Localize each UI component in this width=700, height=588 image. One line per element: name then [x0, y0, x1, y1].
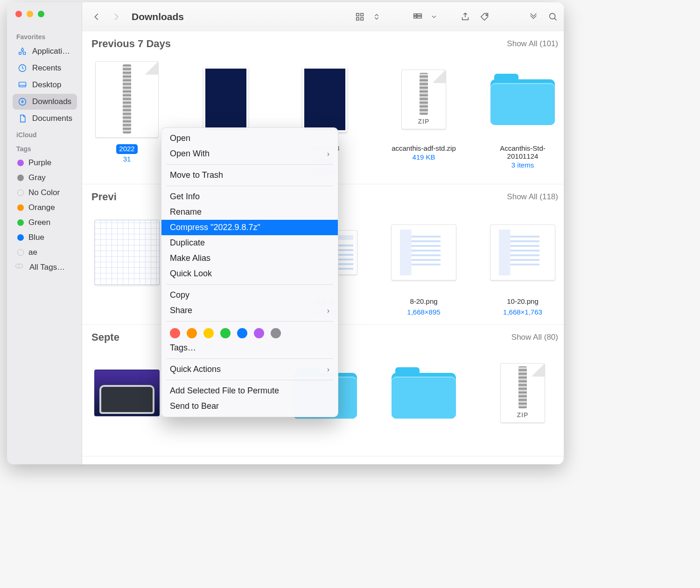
group-title: Previ	[91, 191, 117, 203]
file-item[interactable]	[91, 210, 162, 316]
file-item[interactable]	[91, 351, 162, 448]
svg-rect-11	[417, 14, 421, 15]
file-name: 2022	[116, 144, 137, 154]
finder-window: Favorites Applicati… Recents Desktop Dow…	[7, 2, 564, 464]
context-menu-item[interactable]: Send to Bear	[161, 399, 338, 414]
context-menu-item[interactable]: Copy	[161, 287, 338, 303]
context-menu-item[interactable]: Share›	[161, 303, 338, 318]
context-menu-item[interactable]: Get Info	[161, 189, 338, 204]
close-window-icon[interactable]	[15, 11, 22, 17]
tag-color-swatch[interactable]	[187, 328, 197, 338]
show-all-button[interactable]: Show All (80)	[511, 333, 558, 342]
context-menu-item[interactable]: Quick Look	[161, 266, 338, 281]
file-item[interactable]: 202231	[91, 57, 162, 175]
sidebar-item-documents[interactable]: Documents	[13, 111, 77, 126]
context-menu-separator	[166, 164, 333, 165]
context-menu-item[interactable]: Move to Trash	[161, 168, 338, 183]
tag-color-swatch[interactable]	[220, 328, 231, 338]
svg-point-13	[486, 14, 487, 15]
file-item[interactable]: ZIPaccanthis-adf-std.zip419 KB	[388, 57, 459, 175]
context-menu-label: Copy	[170, 290, 189, 300]
context-menu-item[interactable]: Open With›	[161, 146, 338, 161]
file-info: 1,668×895	[407, 308, 440, 316]
share-button[interactable]	[458, 10, 472, 24]
file-thumbnail: ZIP	[485, 351, 560, 435]
context-menu-item[interactable]: Rename	[161, 204, 338, 220]
tag-color-dot	[17, 160, 24, 166]
back-button[interactable]	[90, 10, 104, 24]
sidebar-item-label: Recents	[32, 63, 61, 73]
file-item[interactable]: 8-20.png1,668×895	[388, 210, 459, 316]
file-item[interactable]: 10-20.png1,668×1,763	[487, 210, 558, 316]
search-button[interactable]	[546, 10, 560, 24]
context-menu-item[interactable]: Duplicate	[161, 235, 338, 251]
svg-rect-12	[417, 16, 421, 18]
context-menu-label: Quick Look	[170, 269, 212, 279]
sidebar-tag-ae[interactable]: ae	[13, 245, 77, 260]
tag-color-swatch[interactable]	[271, 328, 281, 338]
tag-color-swatch[interactable]	[170, 328, 180, 338]
sidebar-tag-all-tags-[interactable]: All Tags…	[13, 260, 77, 275]
group-by-button[interactable]	[411, 10, 425, 24]
tag-button[interactable]	[478, 10, 492, 24]
forward-button[interactable]	[109, 10, 123, 24]
context-menu-item[interactable]: Make Alias	[161, 251, 338, 266]
context-menu-separator	[166, 186, 333, 186]
tag-color-dot	[17, 189, 24, 196]
file-info: 419 KB	[412, 153, 435, 161]
sidebar-tag-no-color[interactable]: No Color	[13, 185, 77, 200]
show-all-button[interactable]: Show All (101)	[507, 39, 558, 49]
sidebar-item-downloads[interactable]: Downloads	[13, 94, 77, 110]
sidebar-tag-orange[interactable]: Orange	[13, 200, 77, 215]
sidebar-section-icloud: iCloud	[13, 127, 77, 140]
svg-point-14	[550, 13, 555, 19]
context-menu[interactable]: OpenOpen With›Move to TrashGet InfoRenam…	[161, 127, 338, 417]
file-name: 10-20.png	[507, 297, 539, 307]
chevron-down-icon[interactable]	[430, 10, 438, 24]
tag-color-dot	[17, 234, 24, 241]
show-all-button[interactable]: Show All (118)	[507, 192, 558, 202]
context-menu-item[interactable]: Compress "2022.9.8.7z"	[161, 220, 338, 235]
all-tags-icon	[17, 264, 25, 271]
minimize-window-icon[interactable]	[27, 11, 33, 17]
tag-color-swatch[interactable]	[254, 328, 264, 338]
sidebar-tag-green[interactable]: Green	[13, 215, 77, 230]
sidebar-item-label: ae	[28, 248, 37, 257]
file-item[interactable]: Accanthis-Std-201011243 items	[487, 57, 558, 175]
sidebar-tag-blue[interactable]: Blue	[13, 230, 77, 245]
file-thumbnail: ZIP	[386, 57, 461, 141]
file-item[interactable]	[388, 351, 459, 448]
sidebar-item-desktop[interactable]: Desktop	[13, 77, 77, 93]
file-item[interactable]: ZIP	[487, 351, 558, 448]
view-switcher-icon[interactable]	[372, 10, 381, 24]
chevron-right-icon: ›	[327, 365, 329, 374]
file-name: 8-20.png	[410, 297, 437, 307]
sidebar-item-label: Desktop	[32, 80, 61, 90]
more-button[interactable]	[526, 10, 540, 24]
svg-rect-9	[414, 14, 417, 15]
file-thumbnail	[90, 210, 164, 294]
sidebar-tag-gray[interactable]: Gray	[13, 170, 77, 185]
context-menu-label: Add Selected File to Permute	[170, 386, 279, 396]
apps-icon	[17, 46, 28, 56]
downloads-icon	[17, 97, 28, 107]
sidebar-tag-purple[interactable]: Purple	[13, 155, 77, 170]
window-controls	[13, 8, 77, 28]
chevron-right-icon: ›	[327, 307, 329, 315]
tag-color-swatch[interactable]	[237, 328, 247, 338]
context-menu-separator	[166, 284, 333, 285]
view-icons-button[interactable]	[353, 10, 367, 24]
fullscreen-window-icon[interactable]	[38, 11, 44, 17]
chevron-right-icon: ›	[327, 150, 329, 158]
context-menu-item[interactable]: Open	[161, 131, 338, 146]
context-menu-label: Share	[170, 306, 192, 315]
context-menu-item[interactable]: Tags…	[161, 340, 338, 356]
context-menu-item[interactable]: Add Selected File to Permute	[161, 383, 338, 399]
sidebar-item-recents[interactable]: Recents	[13, 60, 77, 76]
context-menu-item[interactable]: Quick Actions›	[161, 362, 338, 377]
sidebar-item-applications[interactable]: Applicati…	[13, 43, 77, 59]
tag-color-swatch[interactable]	[203, 328, 214, 338]
svg-rect-5	[357, 13, 359, 16]
sidebar: Favorites Applicati… Recents Desktop Dow…	[7, 2, 82, 464]
file-thumbnail	[90, 57, 164, 141]
